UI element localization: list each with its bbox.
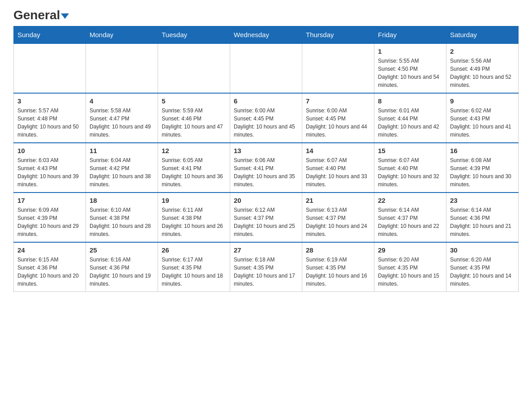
day-number-30: 30 [450, 246, 515, 254]
calendar-cell-w0-d0 [14, 43, 86, 93]
day-info-16: Sunrise: 6:08 AMSunset: 4:39 PMDaylight:… [450, 156, 515, 188]
calendar-table: Sunday Monday Tuesday Wednesday Thursday… [13, 26, 519, 292]
calendar-cell-w4-d1: 25Sunrise: 6:16 AMSunset: 4:36 PMDayligh… [86, 242, 158, 292]
calendar-cell-w2-d6: 16Sunrise: 6:08 AMSunset: 4:39 PMDayligh… [446, 143, 519, 193]
day-info-9: Sunrise: 6:02 AMSunset: 4:43 PMDaylight:… [450, 107, 515, 139]
weekday-header-row: Sunday Monday Tuesday Wednesday Thursday… [14, 26, 519, 44]
day-info-4: Sunrise: 5:58 AMSunset: 4:47 PMDaylight:… [90, 107, 154, 139]
day-number-15: 15 [378, 147, 442, 154]
day-number-6: 6 [234, 97, 298, 105]
day-info-10: Sunrise: 6:03 AMSunset: 4:43 PMDaylight:… [17, 156, 82, 188]
day-info-6: Sunrise: 6:00 AMSunset: 4:45 PMDaylight:… [234, 107, 298, 139]
day-info-21: Sunrise: 6:13 AMSunset: 4:37 PMDaylight:… [306, 206, 370, 238]
calendar-cell-w1-d2: 5Sunrise: 5:59 AMSunset: 4:46 PMDaylight… [158, 93, 230, 143]
header-thursday: Thursday [302, 26, 374, 44]
day-number-29: 29 [378, 246, 442, 254]
day-number-16: 16 [450, 147, 515, 154]
calendar-cell-w1-d3: 6Sunrise: 6:00 AMSunset: 4:45 PMDaylight… [230, 93, 302, 143]
header-sunday: Sunday [14, 26, 86, 44]
day-number-17: 17 [17, 197, 82, 204]
day-info-7: Sunrise: 6:00 AMSunset: 4:45 PMDaylight:… [306, 107, 370, 139]
calendar-cell-w2-d5: 15Sunrise: 6:07 AMSunset: 4:40 PMDayligh… [374, 143, 446, 193]
day-info-19: Sunrise: 6:11 AMSunset: 4:38 PMDaylight:… [162, 206, 226, 238]
week-row-3: 17Sunrise: 6:09 AMSunset: 4:39 PMDayligh… [14, 193, 519, 242]
calendar-cell-w4-d3: 27Sunrise: 6:18 AMSunset: 4:35 PMDayligh… [230, 242, 302, 292]
day-number-27: 27 [234, 246, 298, 254]
week-row-0: 1Sunrise: 5:55 AMSunset: 4:50 PMDaylight… [14, 43, 519, 93]
day-number-5: 5 [162, 97, 226, 105]
day-number-3: 3 [17, 97, 82, 105]
day-info-29: Sunrise: 6:20 AMSunset: 4:35 PMDaylight:… [378, 256, 442, 288]
day-number-1: 1 [378, 47, 442, 55]
day-number-25: 25 [90, 246, 154, 254]
calendar-cell-w2-d4: 14Sunrise: 6:07 AMSunset: 4:40 PMDayligh… [302, 143, 374, 193]
week-row-2: 10Sunrise: 6:03 AMSunset: 4:43 PMDayligh… [14, 143, 519, 193]
day-number-10: 10 [17, 147, 82, 154]
day-info-23: Sunrise: 6:14 AMSunset: 4:36 PMDaylight:… [450, 206, 515, 238]
calendar-cell-w4-d4: 28Sunrise: 6:19 AMSunset: 4:35 PMDayligh… [302, 242, 374, 292]
day-number-13: 13 [234, 147, 298, 154]
day-info-14: Sunrise: 6:07 AMSunset: 4:40 PMDaylight:… [306, 156, 370, 188]
calendar-cell-w3-d3: 20Sunrise: 6:12 AMSunset: 4:37 PMDayligh… [230, 193, 302, 242]
day-number-26: 26 [162, 246, 226, 254]
calendar-cell-w1-d0: 3Sunrise: 5:57 AMSunset: 4:48 PMDaylight… [14, 93, 86, 143]
calendar-cell-w0-d4 [302, 43, 374, 93]
day-number-23: 23 [450, 197, 515, 204]
day-number-28: 28 [306, 246, 370, 254]
calendar-cell-w1-d5: 8Sunrise: 6:01 AMSunset: 4:44 PMDaylight… [374, 93, 446, 143]
calendar-cell-w4-d6: 30Sunrise: 6:20 AMSunset: 4:35 PMDayligh… [446, 242, 519, 292]
day-number-22: 22 [378, 197, 442, 204]
calendar-cell-w3-d6: 23Sunrise: 6:14 AMSunset: 4:36 PMDayligh… [446, 193, 519, 242]
calendar-cell-w3-d4: 21Sunrise: 6:13 AMSunset: 4:37 PMDayligh… [302, 193, 374, 242]
day-number-4: 4 [90, 97, 154, 105]
day-info-18: Sunrise: 6:10 AMSunset: 4:38 PMDaylight:… [90, 206, 154, 238]
day-info-13: Sunrise: 6:06 AMSunset: 4:41 PMDaylight:… [234, 156, 298, 188]
logo-line1: General [13, 9, 69, 21]
calendar-cell-w0-d6: 2Sunrise: 5:56 AMSunset: 4:49 PMDaylight… [446, 43, 519, 93]
day-info-25: Sunrise: 6:16 AMSunset: 4:36 PMDaylight:… [90, 256, 154, 288]
calendar-cell-w1-d1: 4Sunrise: 5:58 AMSunset: 4:47 PMDaylight… [86, 93, 158, 143]
calendar-cell-w4-d2: 26Sunrise: 6:17 AMSunset: 4:35 PMDayligh… [158, 242, 230, 292]
day-info-12: Sunrise: 6:05 AMSunset: 4:41 PMDaylight:… [162, 156, 226, 188]
day-info-30: Sunrise: 6:20 AMSunset: 4:35 PMDaylight:… [450, 256, 515, 288]
day-info-15: Sunrise: 6:07 AMSunset: 4:40 PMDaylight:… [378, 156, 442, 188]
calendar-cell-w1-d4: 7Sunrise: 6:00 AMSunset: 4:45 PMDaylight… [302, 93, 374, 143]
calendar-cell-w3-d2: 19Sunrise: 6:11 AMSunset: 4:38 PMDayligh… [158, 193, 230, 242]
day-info-5: Sunrise: 5:59 AMSunset: 4:46 PMDaylight:… [162, 107, 226, 139]
page-header: General [13, 9, 519, 21]
calendar-cell-w0-d5: 1Sunrise: 5:55 AMSunset: 4:50 PMDaylight… [374, 43, 446, 93]
calendar-cell-w3-d1: 18Sunrise: 6:10 AMSunset: 4:38 PMDayligh… [86, 193, 158, 242]
day-number-7: 7 [306, 97, 370, 105]
day-number-24: 24 [17, 246, 82, 254]
logo-arrow-icon [61, 13, 69, 19]
calendar-cell-w0-d2 [158, 43, 230, 93]
day-number-19: 19 [162, 197, 226, 204]
day-number-18: 18 [90, 197, 154, 204]
day-info-2: Sunrise: 5:56 AMSunset: 4:49 PMDaylight:… [450, 57, 515, 89]
header-friday: Friday [374, 26, 446, 44]
day-number-21: 21 [306, 197, 370, 204]
day-info-8: Sunrise: 6:01 AMSunset: 4:44 PMDaylight:… [378, 107, 442, 139]
calendar-cell-w0-d3 [230, 43, 302, 93]
week-row-1: 3Sunrise: 5:57 AMSunset: 4:48 PMDaylight… [14, 93, 519, 143]
calendar-cell-w2-d2: 12Sunrise: 6:05 AMSunset: 4:41 PMDayligh… [158, 143, 230, 193]
header-wednesday: Wednesday [230, 26, 302, 44]
header-tuesday: Tuesday [158, 26, 230, 44]
header-monday: Monday [86, 26, 158, 44]
day-info-11: Sunrise: 6:04 AMSunset: 4:42 PMDaylight:… [90, 156, 154, 188]
header-saturday: Saturday [446, 26, 519, 44]
logo: General [13, 9, 69, 21]
day-info-1: Sunrise: 5:55 AMSunset: 4:50 PMDaylight:… [378, 57, 442, 89]
day-info-26: Sunrise: 6:17 AMSunset: 4:35 PMDaylight:… [162, 256, 226, 288]
day-number-14: 14 [306, 147, 370, 154]
week-row-4: 24Sunrise: 6:15 AMSunset: 4:36 PMDayligh… [14, 242, 519, 292]
day-number-11: 11 [90, 147, 154, 154]
day-info-28: Sunrise: 6:19 AMSunset: 4:35 PMDaylight:… [306, 256, 370, 288]
calendar-cell-w4-d0: 24Sunrise: 6:15 AMSunset: 4:36 PMDayligh… [14, 242, 86, 292]
day-number-8: 8 [378, 97, 442, 105]
day-number-12: 12 [162, 147, 226, 154]
calendar-cell-w1-d6: 9Sunrise: 6:02 AMSunset: 4:43 PMDaylight… [446, 93, 519, 143]
calendar-cell-w4-d5: 29Sunrise: 6:20 AMSunset: 4:35 PMDayligh… [374, 242, 446, 292]
day-info-3: Sunrise: 5:57 AMSunset: 4:48 PMDaylight:… [17, 107, 82, 139]
day-info-17: Sunrise: 6:09 AMSunset: 4:39 PMDaylight:… [17, 206, 82, 238]
